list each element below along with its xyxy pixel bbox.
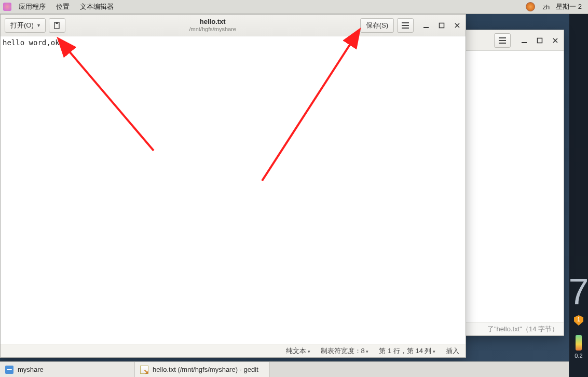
status-insert-mode: 插入 xyxy=(446,346,459,356)
status-message: 了"hello.txt"（14 字节） xyxy=(487,325,558,334)
save-button[interactable]: 保存(S) xyxy=(360,18,394,33)
title-area: hello.txt /mnt/hgfs/myshare xyxy=(65,18,360,33)
statusbar: 纯文本 制表符宽度：8 第 1 行，第 14 列 插入 xyxy=(1,344,466,357)
open-button-label: 打开(O) xyxy=(10,21,34,30)
status-language[interactable]: 纯文本 xyxy=(286,346,310,356)
menu-icon xyxy=(402,22,409,29)
text-editor-area[interactable]: hello word,ok xyxy=(1,36,466,344)
folder-icon xyxy=(5,366,13,374)
taskbar-item-label: hello.txt (/mnt/hgfs/myshare) - gedit xyxy=(153,366,258,373)
gedit-icon xyxy=(140,366,148,374)
close-button[interactable] xyxy=(551,36,559,45)
svg-rect-0 xyxy=(538,38,542,43)
document-icon xyxy=(53,22,61,29)
gedit-window[interactable]: 打开(O) hello.txt /mnt/hgfs/myshare 保存(S) xyxy=(0,14,466,358)
close-button[interactable] xyxy=(453,21,461,30)
maximize-button[interactable] xyxy=(437,21,446,30)
svg-rect-2 xyxy=(56,22,58,24)
shield-icon[interactable] xyxy=(574,315,583,326)
taskbar-item-gedit[interactable]: hello.txt (/mnt/hgfs/myshare) - gedit xyxy=(135,362,270,377)
status-cursor-position[interactable]: 第 1 行，第 14 列 xyxy=(379,346,435,356)
minimize-button[interactable] xyxy=(422,21,430,30)
tray-ime[interactable]: zh xyxy=(539,3,553,11)
tray-date[interactable]: 星期一 2 xyxy=(553,2,585,11)
menu-text-editor[interactable]: 文本编辑器 xyxy=(75,2,119,11)
new-document-button[interactable] xyxy=(49,18,65,33)
window-title: hello.txt xyxy=(65,18,360,26)
hamburger-button[interactable] xyxy=(494,33,511,48)
minimize-button[interactable] xyxy=(520,36,528,45)
hamburger-button[interactable] xyxy=(397,18,414,33)
open-button[interactable]: 打开(O) xyxy=(5,18,46,33)
svg-rect-3 xyxy=(440,23,444,28)
menu-applications[interactable]: 应用程序 xyxy=(13,2,51,11)
cpu-gauge-value: 0.2 xyxy=(575,353,582,359)
status-tab-width[interactable]: 制表符宽度：8 xyxy=(321,346,369,356)
cpu-gauge xyxy=(576,335,582,351)
taskbar-item-label: myshare xyxy=(18,366,44,373)
dashboard-sidebar: 7 0.2 xyxy=(569,14,588,377)
taskbar: myshare hello.txt (/mnt/hgfs/myshare) - … xyxy=(0,361,569,377)
maximize-button[interactable] xyxy=(536,36,544,45)
tray-update-icon[interactable] xyxy=(526,2,535,11)
system-menubar: 应用程序 位置 文本编辑器 zh 星期一 2 xyxy=(0,0,588,14)
menu-icon xyxy=(499,37,506,44)
taskbar-item-myshare[interactable]: myshare xyxy=(0,362,135,377)
menu-places[interactable]: 位置 xyxy=(51,2,75,11)
titlebar[interactable]: 打开(O) hello.txt /mnt/hgfs/myshare 保存(S) xyxy=(1,15,466,36)
clock-digit: 7 xyxy=(569,274,588,310)
window-subtitle: /mnt/hgfs/myshare xyxy=(65,26,360,33)
save-button-label: 保存(S) xyxy=(366,21,388,30)
distro-icon xyxy=(3,3,11,11)
